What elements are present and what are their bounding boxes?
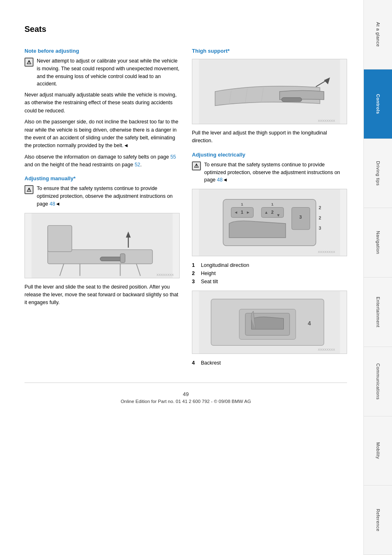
item-1-num: 1 — [192, 261, 198, 269]
svg-text:▼: ▼ — [276, 213, 281, 217]
warning-text-3: To ensure that the safety systems contin… — [204, 161, 347, 184]
sidebar-tab-driving-tips[interactable]: Driving tips — [364, 139, 392, 208]
item-1-label: Longitudinal direction — [201, 261, 249, 269]
end-mark-1: ◄ — [124, 143, 129, 148]
page-ref-52[interactable]: 52 — [135, 162, 140, 168]
svg-text:3: 3 — [299, 215, 302, 219]
adjusting-manually-title: Adjusting manually* — [24, 175, 180, 181]
list-item-4: 4 Backrest — [192, 359, 347, 367]
para-2: Also on the passenger side, do not incli… — [24, 118, 180, 150]
warning-icon-2: ⚠ — [24, 185, 33, 194]
list-item-3: 3 Seat tilt — [192, 278, 347, 286]
sidebar-tab-reference[interactable]: Reference — [364, 486, 392, 555]
manual-seat-diagram: XXXXXXXX — [24, 213, 180, 278]
manual-caption: Pull the lever and slide the seat to the… — [24, 283, 180, 307]
svg-text:▲: ▲ — [264, 210, 268, 215]
numbered-list-elec: 1 Longitudinal direction 2 Height 3 Seat… — [192, 261, 347, 286]
warning-text-1: Never attempt to adjust or calibrate you… — [37, 57, 180, 88]
svg-text:3: 3 — [318, 226, 321, 231]
note-before-adjusting-title: Note before adjusting — [24, 48, 180, 54]
page-footer: 49 Online Edition for Part no. 01 41 2 6… — [24, 383, 347, 408]
sidebar-tab-communications[interactable]: Communications — [364, 347, 392, 416]
adjusting-electrically-title: Adjusting electrically — [192, 152, 347, 158]
sidebar-tab-at-a-glance[interactable]: At a glance — [364, 0, 392, 69]
svg-text:1: 1 — [241, 210, 243, 215]
footer-text: Online Edition for Part no. 01 41 2 600 … — [24, 399, 347, 404]
item-2-num: 2 — [192, 269, 198, 278]
warning-block-3: ⚠ To ensure that the safety systems cont… — [192, 161, 347, 184]
warning-text-2: To ensure that the safety systems contin… — [37, 185, 180, 208]
svg-text:XXXXXXXX: XXXXXXXX — [318, 348, 335, 351]
backrest-diagram: 4 XXXXXXXX — [192, 291, 347, 354]
svg-text:►: ► — [246, 210, 250, 215]
page-ref-48-manual[interactable]: 48 — [49, 201, 55, 207]
numbered-list-item4: 4 Backrest — [192, 359, 347, 367]
svg-rect-13 — [282, 98, 302, 102]
svg-text:XXXXXXXX: XXXXXXXX — [156, 273, 174, 277]
sidebar: At a glance Controls Driving tips Naviga… — [363, 0, 392, 555]
item-4-num: 4 — [192, 359, 198, 367]
warning-icon-1: ⚠ — [24, 58, 33, 67]
section-title: Seats — [24, 25, 347, 34]
page-ref-55[interactable]: 55 — [170, 154, 176, 160]
item-4-label: Backrest — [201, 359, 221, 367]
warning-block-2: ⚠ To ensure that the safety systems cont… — [24, 185, 180, 208]
svg-text:1: 1 — [271, 202, 274, 206]
page-ref-48-elec[interactable]: 48 — [217, 177, 223, 183]
thigh-support-title: Thigh support* — [192, 48, 347, 54]
svg-rect-4 — [120, 253, 125, 262]
sidebar-tab-mobility[interactable]: Mobility — [364, 416, 392, 486]
thigh-support-diagram: XXXXXXXX — [192, 59, 347, 124]
svg-text:XXXXXXXX: XXXXXXXX — [318, 119, 336, 123]
para-3: Also observe the information on damage t… — [24, 153, 180, 169]
svg-text:2: 2 — [271, 210, 274, 215]
page-number: 49 — [24, 391, 347, 397]
sidebar-tab-controls[interactable]: Controls — [364, 69, 392, 139]
item-2-label: Height — [201, 269, 216, 278]
svg-rect-2 — [48, 225, 72, 251]
svg-text:2: 2 — [318, 215, 321, 220]
svg-text:XXXXXXXX: XXXXXXXX — [318, 250, 336, 254]
warning-icon-3: ⚠ — [192, 161, 201, 170]
electric-adjustment-diagram: 1 ◄ ► 2 ▲ ▼ 3 1 1 — [192, 189, 347, 256]
warning-block-1: ⚠ Never attempt to adjust or calibrate y… — [24, 57, 180, 88]
sidebar-tab-entertainment[interactable]: Entertainment — [364, 278, 392, 347]
svg-text:2: 2 — [318, 205, 321, 210]
list-item-2: 2 Height — [192, 269, 347, 278]
right-column: Thigh support* — [192, 41, 347, 370]
left-column: Note before adjusting ⚠ Never attempt to… — [24, 41, 180, 370]
para-1: Never adjust manually adjustable seats w… — [24, 91, 180, 115]
svg-text:◄: ◄ — [234, 210, 238, 215]
svg-text:1: 1 — [241, 202, 243, 206]
sidebar-tab-navigation[interactable]: Navigation — [364, 208, 392, 278]
item-3-label: Seat tilt — [201, 278, 218, 286]
thigh-caption: Pull the lever and adjust the thigh supp… — [192, 129, 347, 145]
svg-text:4: 4 — [308, 320, 311, 327]
list-item-1: 1 Longitudinal direction — [192, 261, 347, 269]
item-3-num: 3 — [192, 278, 198, 286]
